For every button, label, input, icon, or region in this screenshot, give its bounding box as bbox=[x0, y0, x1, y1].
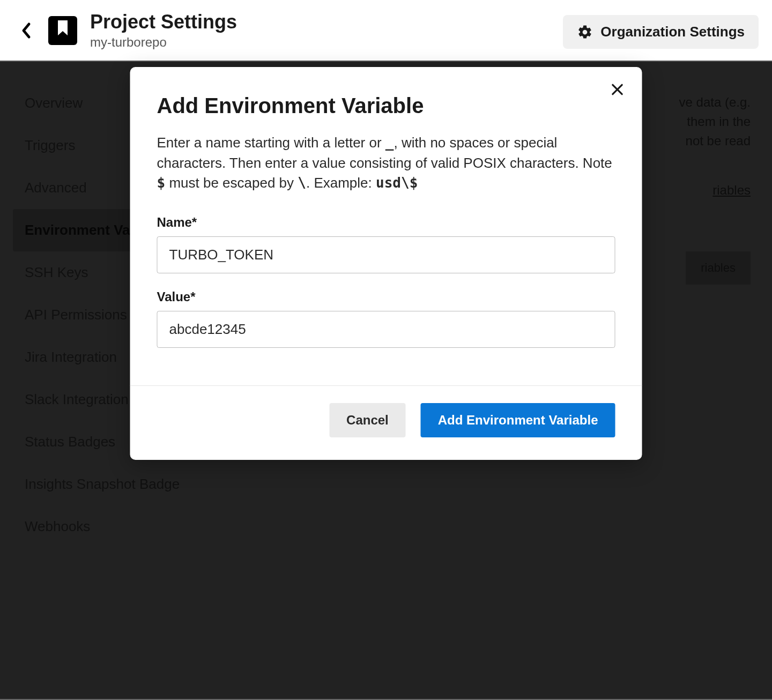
organization-settings-button[interactable]: Organization Settings bbox=[563, 15, 759, 49]
project-name: my-turborepo bbox=[90, 35, 237, 50]
organization-settings-label: Organization Settings bbox=[600, 24, 745, 40]
modal-description: Enter a name starting with a letter or _… bbox=[157, 133, 615, 193]
chevron-left-icon bbox=[21, 22, 32, 39]
back-button[interactable] bbox=[16, 20, 38, 41]
gear-icon bbox=[577, 24, 593, 40]
name-field: Name* bbox=[157, 215, 615, 273]
modal-title: Add Environment Variable bbox=[157, 94, 615, 118]
value-input[interactable] bbox=[157, 311, 615, 348]
value-field: Value* bbox=[157, 289, 615, 348]
add-env-var-modal: Add Environment Variable Enter a name st… bbox=[130, 67, 642, 460]
title-block: Project Settings my-turborepo bbox=[90, 11, 237, 50]
bookmark-icon bbox=[57, 20, 69, 36]
cancel-button[interactable]: Cancel bbox=[329, 403, 406, 437]
name-label: Name* bbox=[157, 215, 615, 230]
name-input[interactable] bbox=[157, 236, 615, 273]
header: Project Settings my-turborepo Organizati… bbox=[0, 0, 772, 61]
modal-body: Add Environment Variable Enter a name st… bbox=[130, 67, 642, 385]
project-icon bbox=[48, 16, 77, 45]
close-icon bbox=[611, 83, 625, 96]
value-label: Value* bbox=[157, 289, 615, 304]
add-env-var-button[interactable]: Add Environment Variable bbox=[421, 403, 615, 437]
modal-footer: Cancel Add Environment Variable bbox=[130, 385, 642, 460]
page-title: Project Settings bbox=[90, 11, 237, 33]
modal-close-button[interactable] bbox=[608, 80, 627, 99]
